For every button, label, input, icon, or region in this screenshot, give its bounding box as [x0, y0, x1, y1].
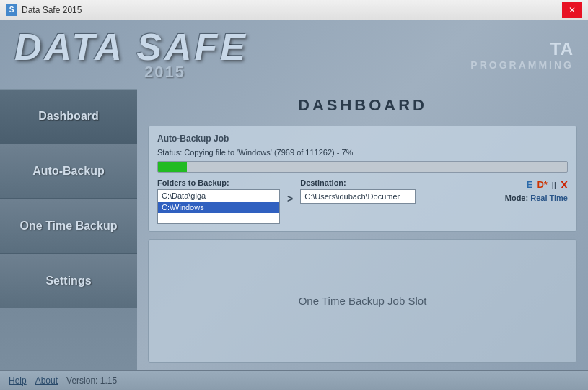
mode-label: Mode: [505, 194, 528, 202]
content-area: Dashboard Auto-Backup One Time Backup Se… [0, 89, 588, 370]
close-button[interactable]: ✕ [562, 2, 582, 18]
app-icon: S [6, 4, 17, 16]
delete-button[interactable]: D* [537, 179, 547, 190]
folders-section: Folders to Backup: C:\Data\giga C:\Windo… [157, 178, 280, 224]
one-time-slot-text: One Time Backup Job Slot [299, 295, 427, 307]
header: DATA SAFE 2015 TA PROGRAMMING [0, 20, 588, 89]
controls-section: E D* || X Mode: Real Time [505, 178, 568, 202]
logo-text: DATA SAFE [14, 28, 248, 66]
mode-text: Mode: Real Time [505, 194, 568, 202]
pause-button[interactable]: || [552, 181, 556, 189]
folder-list: C:\Data\giga C:\Windows [157, 189, 280, 224]
sidebar-item-auto-backup[interactable]: Auto-Backup [0, 144, 137, 199]
job-panel-title: Auto-Backup Job [157, 134, 568, 144]
help-link[interactable]: Help [9, 376, 27, 386]
sidebar-item-dashboard[interactable]: Dashboard [0, 89, 137, 144]
status-text: Status: Copying file to 'Windows' (7969 … [157, 148, 568, 157]
logo-left: DATA SAFE 2015 [14, 28, 248, 82]
stop-button[interactable]: X [561, 178, 568, 191]
job-details: Folders to Backup: C:\Data\giga C:\Windo… [157, 178, 568, 224]
version-text: Version: 1.15 [66, 376, 117, 386]
destination-label: Destination: [300, 178, 498, 187]
progress-bar-fill [158, 162, 187, 172]
dashboard-title: DASHBOARD [148, 96, 577, 115]
folder-item-giga[interactable]: C:\Data\giga [158, 190, 279, 202]
destination-section: Destination: C:\Users\idubach\Documer [300, 178, 498, 204]
progress-bar-container [157, 161, 568, 173]
ta-logo: TA [470, 39, 574, 59]
logo-year: 2015 [144, 63, 185, 82]
auto-backup-job-panel: Auto-Backup Job Status: Copying file to … [148, 126, 577, 232]
control-buttons: E D* || X [527, 178, 568, 191]
window-title: Data Safe 2015 [22, 5, 82, 15]
mode-value: Real Time [530, 194, 568, 202]
main-container: DATA SAFE 2015 TA PROGRAMMING Dashboard … [0, 20, 588, 390]
title-bar: S Data Safe 2015 ✕ [0, 0, 588, 20]
sidebar: Dashboard Auto-Backup One Time Backup Se… [0, 89, 137, 370]
edit-button[interactable]: E [527, 179, 533, 190]
sidebar-item-settings[interactable]: Settings [0, 254, 137, 308]
about-link[interactable]: About [35, 376, 58, 386]
dashboard-content: DASHBOARD Auto-Backup Job Status: Copyin… [137, 89, 588, 370]
arrow-section: > [287, 178, 293, 204]
one-time-backup-slot: One Time Backup Job Slot [148, 239, 577, 363]
footer: Help About Version: 1.15 [0, 370, 588, 390]
ta-programming-text: PROGRAMMING [470, 59, 574, 71]
folders-label: Folders to Backup: [157, 178, 280, 187]
title-bar-left: S Data Safe 2015 [6, 4, 82, 16]
folder-item-windows[interactable]: C:\Windows [158, 202, 279, 213]
logo-right: TA PROGRAMMING [470, 39, 574, 71]
destination-input[interactable]: C:\Users\idubach\Documer [300, 189, 416, 204]
sidebar-item-one-time-backup[interactable]: One Time Backup [0, 199, 137, 254]
